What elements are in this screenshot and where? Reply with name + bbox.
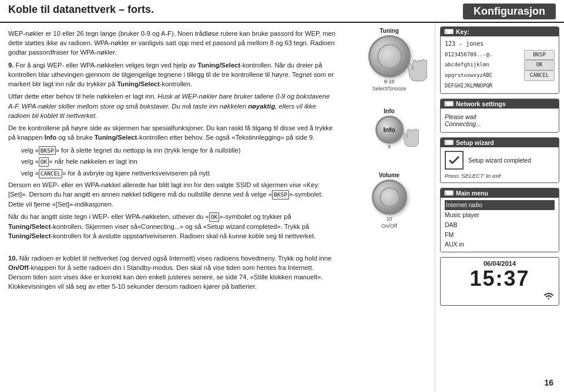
key-panel-header: ⌨ Key:: [441, 27, 559, 36]
setup-panel-title: Setup wizard: [456, 139, 494, 146]
hand-pointer2-icon: [401, 127, 419, 148]
tuning-sub-label: 9-10: [384, 79, 394, 85]
wifi-icon: [445, 292, 555, 302]
key-bksp-btn[interactable]: BKSP: [524, 50, 555, 60]
network-status-line1: Please wait: [445, 113, 555, 120]
text-column: WEP-nøkler er 10 eller 26 tegn lange (br…: [0, 23, 344, 392]
section-10-num: 10.: [8, 255, 18, 262]
setup-press-text: Press 'SELECT' to exit: [445, 173, 501, 179]
setup-wizard-panel: ⌨ Setup wizard Setup wizard completed Pr…: [440, 137, 559, 183]
key-row-upper: opqrstuvwxyzABC CANCEL: [445, 70, 555, 81]
key-extra: DEFGHIJKLMNOPQR: [445, 83, 492, 89]
key-row-name: 123 - jones: [445, 39, 555, 49]
setup-row: Setup wizard completed: [445, 151, 531, 170]
key-panel-title: Key:: [456, 28, 469, 35]
setup-checkmark-icon: [445, 151, 464, 170]
volume-knob-container: Volume 10 On/Off: [372, 172, 407, 229]
menu-item-dab[interactable]: DAB: [445, 220, 555, 230]
page-number: 16: [544, 378, 553, 387]
diagram-column: Tuning 9-10 Select/Snooze Info Info: [344, 23, 435, 392]
main-menu-panel: ⌨ Main menu Internet radio Music player …: [440, 188, 559, 252]
key-lower: abcdefghijklmn: [445, 61, 522, 69]
menu-panel-body: Internet radio Music player DAB FM AUX i…: [441, 198, 559, 252]
item9-intro: 9. For å angi WEP- eller WPA-nøkkelen ve…: [8, 60, 335, 89]
page-number-text: 16: [544, 378, 553, 387]
indent3: velg «CANCEL» for å avbryte og kjøre net…: [21, 168, 335, 178]
setup-icon-header: ⌨: [444, 139, 454, 146]
menu-icon: ⌨: [444, 190, 454, 197]
tuning-label: Tuning: [380, 28, 399, 34]
section-9-num: 9.: [8, 62, 14, 69]
clock-time: 15:37: [445, 267, 555, 290]
page-title: Koble til datanettverk – forts.: [8, 4, 154, 16]
tuning-sub: Select/Snooze: [372, 86, 406, 92]
key-grid: 123 - jones 0123456789..-@. BKSP abcdefg…: [445, 39, 555, 90]
key-row-digits: 0123456789..-@. BKSP: [445, 50, 555, 60]
hand-pointer-icon: [406, 58, 427, 83]
tuning-knob[interactable]: [368, 35, 411, 77]
key-digits: 0123456789..-@.: [445, 51, 522, 59]
menu-panel-title: Main menu: [456, 190, 488, 197]
menu-item-internet-radio[interactable]: Internet radio: [445, 200, 555, 210]
para9b-text: Utfør dette etter behov til hele nøkkele…: [8, 92, 335, 120]
menu-item-fm[interactable]: FM: [445, 230, 555, 240]
key-name-row: 123 - jones: [445, 40, 484, 47]
volume-sub: On/Off: [381, 223, 397, 229]
network-panel-body: Please wait Connecting...: [441, 109, 559, 132]
page-header: Koble til datanettverk – forts. Konfigur…: [0, 0, 564, 23]
info-btn-container: Info Info 9: [375, 108, 404, 150]
item10-intro: 10. Når radioen er koblet til nettverket…: [8, 254, 335, 292]
info-button[interactable]: Info: [375, 116, 404, 144]
menu-panel-header: ⌨ Main menu: [441, 188, 559, 198]
tuning-knob-container: Tuning 9-10 Select/Snooze: [368, 28, 411, 92]
right-column: ⌨ Key: 123 - jones 0123456789..-@. BKSP …: [435, 23, 564, 392]
para9d-text: Dersom en WEP- eller en WPA-nøkkel aller…: [8, 180, 335, 209]
setup-panel-body: Setup wizard completed Press 'SELECT' to…: [441, 147, 559, 183]
network-status-line2: Connecting...: [445, 120, 555, 127]
tuning-knob-inner: [377, 44, 402, 69]
network-settings-panel: ⌨ Network settings Please wait Connectin…: [440, 99, 559, 133]
keyboard-icon: ⌨: [444, 28, 454, 35]
setup-completed-text: Setup wizard completed: [468, 157, 531, 164]
main-content: WEP-nøkler er 10 eller 26 tegn lange (br…: [0, 23, 564, 392]
key-row-extra: DEFGHIJKLMNOPQR: [445, 81, 555, 90]
key-cancel-btn[interactable]: CANCEL: [524, 70, 555, 81]
volume-num: 10: [386, 216, 392, 222]
para10-text: Når radioen er koblet til nettverket (og…: [8, 255, 331, 290]
indent1: velg «BKSP» for å slette tegnet du netto…: [21, 146, 335, 156]
key-row-lower: abcdefghijklmn OK: [445, 60, 555, 70]
info-btn-label: Info: [383, 126, 395, 133]
para9c-text: De tre kontrollene på høyre side av skje…: [8, 123, 335, 142]
network-panel-header: ⌨ Network settings: [441, 99, 559, 109]
menu-item-music-player[interactable]: Music player: [445, 210, 555, 220]
menu-item-aux[interactable]: AUX in: [445, 239, 555, 249]
info-label: Info: [384, 108, 394, 114]
volume-label: Volume: [379, 172, 400, 178]
para9-text: For å angi WEP- eller WPA-nøkkelen velge…: [8, 62, 334, 87]
key-panel-body: 123 - jones 0123456789..-@. BKSP abcdefg…: [441, 36, 559, 93]
volume-knob[interactable]: [372, 180, 407, 215]
key-panel: ⌨ Key: 123 - jones 0123456789..-@. BKSP …: [440, 26, 559, 94]
network-panel-title: Network settings: [456, 100, 506, 107]
clock-panel: 06/04/2014 15:37: [440, 257, 559, 306]
network-icon: ⌨: [444, 100, 454, 107]
key-upper: opqrstuvwxyzABC: [445, 72, 522, 80]
setup-panel-header: ⌨ Setup wizard: [441, 138, 559, 147]
para1: WEP-nøkler er 10 eller 26 tegn lange (br…: [8, 29, 335, 58]
volume-knob-inner: [380, 187, 400, 207]
para9e-text: Når du har angitt siste tegn i WEP- elle…: [8, 212, 335, 241]
info-num: 9: [388, 144, 391, 150]
section-label: Konfigurasjon: [463, 4, 556, 19]
key-ok-btn[interactable]: OK: [524, 60, 555, 70]
indent2: velg «OK» når hele nøkkelen er lagt inn: [21, 157, 335, 167]
